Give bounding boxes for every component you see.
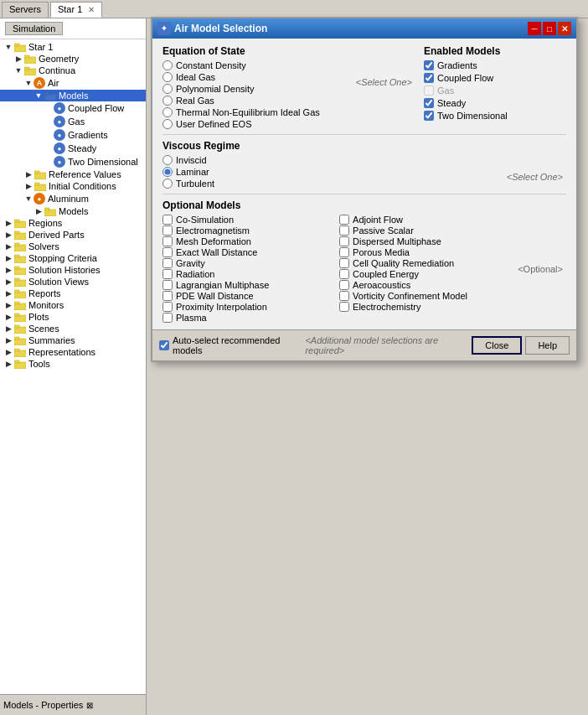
eos-constant-density-radio[interactable]: [162, 60, 173, 70]
viscous-laminar-radio[interactable]: [162, 167, 173, 177]
eos-real-gas[interactable]: Real Gas: [162, 96, 349, 106]
enabled-steady[interactable]: Steady: [424, 98, 566, 108]
viscous-inviscid[interactable]: Inviscid: [162, 155, 500, 165]
expander-tools[interactable]: ▶: [3, 359, 13, 369]
expander-aluminum[interactable]: ▼: [23, 194, 34, 204]
tree-item-scenes[interactable]: ▶ Scenes: [0, 323, 146, 334]
close-button[interactable]: ✕: [558, 22, 571, 35]
opt-coupled-energy-checkbox[interactable]: [339, 269, 349, 279]
eos-thermal-non-equilibrium[interactable]: Thermal Non-Equilibrium Ideal Gas: [162, 107, 349, 117]
expander-initial-conditions[interactable]: ▶: [23, 181, 34, 191]
tree-item-solution-views[interactable]: ▶ Solution Views: [0, 276, 146, 288]
tree-item-tools[interactable]: ▶ Tools: [0, 358, 146, 370]
expander-reference-values[interactable]: ▶: [23, 169, 34, 179]
expander-summaries[interactable]: ▶: [3, 335, 13, 345]
opt-electrochemistry[interactable]: Electrochemistry: [339, 302, 509, 312]
tree-item-solvers[interactable]: ▶ Solvers: [0, 241, 146, 252]
opt-radiation[interactable]: Radiation: [162, 269, 333, 279]
tree-item-solution-histories[interactable]: ▶ Solution Histories: [0, 264, 146, 276]
opt-exact-wall-distance[interactable]: Exact Wall Distance: [162, 247, 333, 257]
opt-pde-wall-distance[interactable]: PDE Wall Distance: [162, 291, 333, 301]
opt-radiation-checkbox[interactable]: [162, 269, 173, 279]
opt-dispersed-multiphase-checkbox[interactable]: [339, 236, 349, 246]
opt-cell-quality-remediation-checkbox[interactable]: [339, 258, 349, 268]
opt-co-simulation[interactable]: Co-Simulation: [162, 215, 333, 225]
tree-item-summaries[interactable]: ▶ Summaries: [0, 334, 146, 346]
viscous-laminar[interactable]: Laminar: [162, 167, 500, 177]
opt-co-simulation-checkbox[interactable]: [162, 215, 173, 225]
opt-aeroacoustics-checkbox[interactable]: [339, 280, 349, 290]
eos-user-defined[interactable]: User Defined EOS: [162, 119, 349, 129]
expander-star1[interactable]: ▼: [3, 42, 13, 52]
expander-models-al[interactable]: ▶: [34, 206, 44, 216]
enabled-steady-checkbox[interactable]: [424, 98, 434, 108]
expander-stopping-criteria[interactable]: ▶: [3, 253, 13, 263]
opt-electrochemistry-checkbox[interactable]: [339, 302, 349, 312]
viscous-inviscid-radio[interactable]: [162, 155, 173, 165]
opt-mesh-deformation-checkbox[interactable]: [162, 236, 173, 246]
close-dialog-button[interactable]: Close: [472, 336, 522, 355]
viscous-turbulent-radio[interactable]: [162, 179, 173, 189]
opt-adjoint-flow-checkbox[interactable]: [339, 215, 349, 225]
opt-porous-media-checkbox[interactable]: [339, 247, 349, 257]
simulation-button[interactable]: Simulation: [5, 22, 63, 35]
tree-item-continua[interactable]: ▼ Continua: [0, 65, 146, 76]
tab-star1[interactable]: Star 1 ✕: [50, 2, 102, 18]
opt-coupled-energy[interactable]: Coupled Energy: [339, 269, 509, 279]
tree-item-aluminum[interactable]: ▼ ● Aluminum: [0, 192, 146, 205]
eos-polynomial-density-radio[interactable]: [162, 84, 173, 94]
tab-servers[interactable]: Servers: [2, 2, 49, 18]
tree-item-models[interactable]: ▼ Models: [0, 90, 146, 101]
tree-item-air[interactable]: ▼ A Air: [0, 76, 146, 90]
expander-regions[interactable]: ▶: [3, 218, 13, 228]
tree-item-regions[interactable]: ▶ Regions: [0, 217, 146, 229]
opt-electromagnetism[interactable]: Electromagnetism: [162, 225, 333, 236]
enabled-gradients[interactable]: Gradients: [424, 60, 566, 70]
tree-item-reports[interactable]: ▶ Reports: [0, 288, 146, 299]
opt-mesh-deformation[interactable]: Mesh Deformation: [162, 236, 333, 246]
opt-lagrangian-multiphase[interactable]: Lagrangian Multiphase: [162, 280, 333, 290]
help-button[interactable]: Help: [525, 336, 570, 355]
opt-plasma-checkbox[interactable]: [162, 313, 173, 323]
opt-pde-wall-distance-checkbox[interactable]: [162, 291, 173, 301]
opt-cell-quality-remediation[interactable]: Cell Quality Remediation: [339, 258, 509, 268]
opt-gravity[interactable]: Gravity: [162, 258, 333, 268]
enabled-two-dimensional-checkbox[interactable]: [424, 111, 434, 121]
eos-user-defined-radio[interactable]: [162, 119, 173, 129]
tree-item-derived-parts[interactable]: ▶ Derived Parts: [0, 229, 146, 241]
viscous-turbulent[interactable]: Turbulent: [162, 179, 500, 189]
tree-item-stopping-criteria[interactable]: ▶ Stopping Criteria: [0, 252, 146, 264]
tree-item-coupled-flow[interactable]: ● Coupled Flow: [0, 101, 146, 115]
enabled-gradients-checkbox[interactable]: [424, 60, 434, 70]
tree-item-plots[interactable]: ▶ Plots: [0, 311, 146, 323]
expander-representations[interactable]: ▶: [3, 347, 13, 357]
eos-ideal-gas-radio[interactable]: [162, 72, 173, 82]
tree-item-reference-values[interactable]: ▶ Reference Values: [0, 168, 146, 180]
tree-item-initial-conditions[interactable]: ▶ Initial Conditions: [0, 180, 146, 192]
expander-air[interactable]: ▼: [23, 78, 34, 88]
opt-dispersed-multiphase[interactable]: Dispersed Multiphase: [339, 236, 509, 246]
enabled-coupled-flow[interactable]: Coupled Flow: [424, 73, 566, 83]
tree-item-monitors[interactable]: ▶ Monitors: [0, 299, 146, 311]
enabled-gas[interactable]: Gas: [424, 85, 566, 96]
opt-vorticity-confinement-checkbox[interactable]: [339, 291, 349, 301]
opt-gravity-checkbox[interactable]: [162, 258, 173, 268]
opt-passive-scalar[interactable]: Passive Scalar: [339, 225, 509, 236]
minimize-button[interactable]: ─: [528, 22, 541, 35]
opt-aeroacoustics[interactable]: Aeroacoustics: [339, 280, 509, 290]
eos-ideal-gas[interactable]: Ideal Gas: [162, 72, 349, 82]
expander-monitors[interactable]: ▶: [3, 300, 13, 310]
opt-porous-media[interactable]: Porous Media: [339, 247, 509, 257]
opt-vorticity-confinement[interactable]: Vorticity Confinement Model: [339, 291, 509, 301]
tree-item-representations[interactable]: ▶ Representations: [0, 346, 146, 358]
expander-models[interactable]: ▼: [34, 91, 44, 101]
maximize-button[interactable]: □: [543, 22, 556, 35]
tree-item-steady[interactable]: ● Steady: [0, 142, 146, 155]
expander-continua[interactable]: ▼: [13, 65, 23, 75]
expander-derived-parts[interactable]: ▶: [3, 230, 13, 240]
expander-solvers[interactable]: ▶: [3, 241, 13, 251]
tree-item-star1[interactable]: ▼ Star 1: [0, 41, 146, 53]
expander-scenes[interactable]: ▶: [3, 324, 13, 334]
eos-constant-density[interactable]: Constant Density: [162, 60, 349, 70]
tree-item-gradients[interactable]: ● Gradients: [0, 128, 146, 142]
